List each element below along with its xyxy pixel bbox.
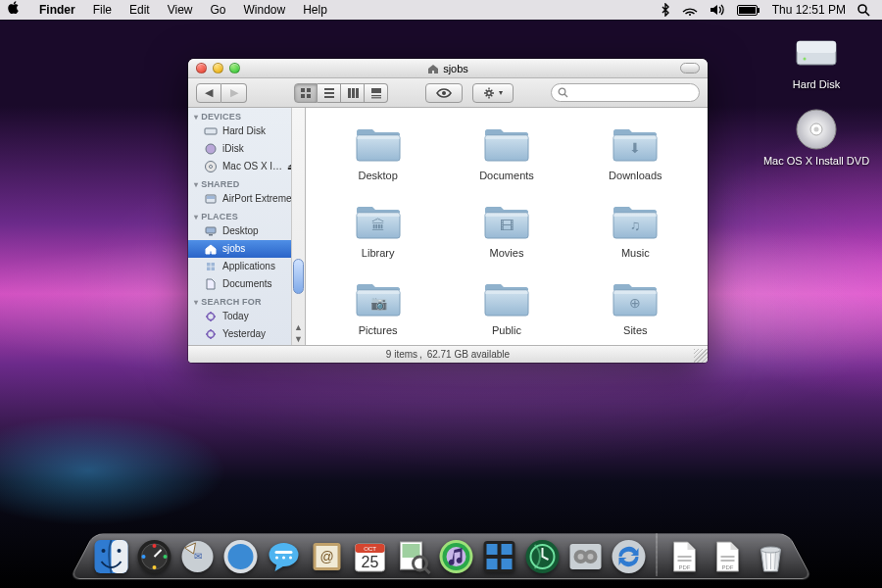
folder-label: Downloads	[609, 170, 662, 181]
svg-point-125	[578, 554, 584, 560]
menu-edit[interactable]: Edit	[121, 0, 159, 20]
back-button[interactable]: ◀	[196, 83, 221, 103]
menu-app-name[interactable]: Finder	[30, 0, 84, 20]
folder-downloads[interactable]: ⬇Downloads	[575, 122, 696, 181]
action-button[interactable]: ▾	[472, 83, 514, 103]
svg-text:📷: 📷	[369, 295, 387, 312]
svg-rect-48	[212, 268, 216, 271]
spotlight-icon[interactable]	[858, 4, 870, 17]
close-button[interactable]	[196, 63, 207, 74]
sidebar-group-search for[interactable]: SEARCH FOR	[188, 293, 305, 308]
menu-help[interactable]: Help	[294, 0, 336, 20]
menu-file[interactable]: File	[84, 0, 121, 20]
sidebar-item-idisk[interactable]: iDisk	[188, 140, 305, 158]
scrollbar-thumb[interactable]	[293, 259, 304, 294]
folder-music[interactable]: ♫Music	[575, 199, 696, 259]
folder-icon: ♫	[610, 199, 661, 242]
scroll-down-arrow[interactable]: ▼	[293, 333, 305, 345]
folder-documents[interactable]: Documents	[446, 122, 566, 181]
folder-pictures[interactable]: 📷Pictures	[318, 276, 438, 336]
dvd-icon	[204, 160, 218, 173]
toolbar-toggle-button[interactable]	[680, 63, 700, 74]
dock-itunes[interactable]	[437, 537, 476, 576]
sidebar-item-airport-extreme[interactable]: AirPort Extreme	[188, 190, 305, 208]
desktop-icons: Hard Disk Mac OS X Install DVD	[762, 29, 870, 167]
dock-timemachine[interactable]	[523, 537, 563, 576]
dock-spaces[interactable]	[480, 537, 519, 576]
sidebar-item-applications[interactable]: Applications	[188, 258, 305, 275]
apple-menu[interactable]	[8, 0, 30, 20]
folder-label: Desktop	[358, 170, 397, 181]
sidebar-item-label: Today	[222, 310, 249, 323]
titlebar[interactable]: sjobs	[188, 59, 708, 78]
svg-rect-59	[613, 135, 657, 139]
dock-addressbook[interactable]: @	[308, 537, 347, 576]
dock-sysprefs[interactable]	[566, 537, 606, 576]
search-input[interactable]	[568, 87, 693, 99]
scroll-up-arrow[interactable]: ▲	[293, 321, 305, 333]
svg-rect-116	[487, 544, 498, 555]
menubar-clock[interactable]: Thu 12:51 PM	[772, 3, 846, 17]
volume-icon[interactable]	[710, 4, 725, 16]
sidebar-item-today[interactable]: Today	[188, 308, 305, 325]
dock-mail[interactable]: ✉	[178, 537, 218, 576]
minimize-button[interactable]	[213, 63, 223, 74]
dock-finder[interactable]	[92, 537, 131, 576]
sidebar-item-sjobs[interactable]: sjobs	[188, 240, 305, 258]
svg-rect-71	[357, 290, 400, 294]
dock-isync[interactable]	[610, 537, 649, 576]
airport-icon[interactable]	[682, 4, 698, 16]
dock-doc-document-2[interactable]: PDF	[709, 537, 748, 576]
battery-icon[interactable]	[737, 5, 760, 16]
zoom-button[interactable]	[229, 63, 240, 74]
svg-text:🎞: 🎞	[500, 218, 514, 233]
dock-dashboard[interactable]	[135, 537, 174, 576]
menu-window[interactable]: Window	[235, 0, 295, 20]
search-field[interactable]	[551, 83, 700, 102]
quicklook-button[interactable]	[425, 83, 463, 103]
dock-safari[interactable]	[221, 537, 261, 576]
menu-view[interactable]: View	[159, 0, 202, 20]
sidebar-item-mac-os-x-i-[interactable]: Mac OS X I…⏏	[188, 158, 305, 175]
svg-rect-117	[502, 544, 513, 555]
sidebar-item-hard-disk[interactable]: Hard Disk	[188, 122, 305, 140]
folder-movies[interactable]: 🎞Movies	[446, 199, 566, 259]
view-coverflow-button[interactable]	[365, 83, 388, 103]
sidebar-item-desktop[interactable]: Desktop	[188, 222, 305, 240]
folder-desktop[interactable]: Desktop	[318, 122, 438, 181]
desktop-icon-hard-disk[interactable]: Hard Disk	[762, 29, 870, 90]
menu-go[interactable]: Go	[202, 0, 235, 20]
finder-window[interactable]: sjobs ◀ ▶ ▾ DEVICESHard DiskiDiskMac OS …	[188, 59, 708, 363]
bluetooth-icon[interactable]	[661, 3, 670, 17]
folder-library[interactable]: 🏛Library	[318, 199, 438, 259]
sidebar-group-devices[interactable]: DEVICES	[188, 108, 305, 122]
view-icon-button[interactable]	[294, 83, 318, 103]
desktop-icon-install-dvd[interactable]: Mac OS X Install DVD	[762, 106, 870, 167]
folder-sites[interactable]: ⊕Sites	[575, 276, 696, 336]
sidebar-item-yesterday[interactable]: Yesterday	[188, 325, 305, 343]
view-column-button[interactable]	[341, 83, 365, 103]
svg-rect-17	[324, 92, 334, 94]
svg-point-81	[118, 549, 122, 553]
sidebar: DEVICESHard DiskiDiskMac OS X I…⏏SHAREDA…	[188, 108, 306, 345]
svg-text:⬇: ⬇	[629, 140, 641, 156]
sidebar-group-places[interactable]: PLACES	[188, 208, 305, 222]
folder-public[interactable]: Public	[446, 276, 566, 336]
view-list-button[interactable]	[318, 83, 341, 103]
dock-ical[interactable]: OCT25	[351, 537, 390, 576]
folder-icon	[353, 122, 404, 165]
svg-rect-20	[352, 88, 355, 98]
forward-button[interactable]: ▶	[221, 83, 247, 103]
content-area[interactable]: DesktopDocuments⬇Downloads🏛Library🎞Movie…	[306, 108, 708, 345]
idisk-icon	[204, 142, 218, 156]
dock-trash[interactable]	[752, 537, 791, 576]
dock-doc-document-1[interactable]: PDF	[665, 537, 705, 576]
dock-preview[interactable]	[394, 537, 433, 576]
sidebar-group-shared[interactable]: SHARED	[188, 175, 305, 190]
sidebar-item-label: Mac OS X I…	[222, 160, 282, 173]
dock-ichat[interactable]	[265, 537, 304, 576]
sidebar-item-documents[interactable]: Documents	[188, 275, 305, 293]
resize-handle[interactable]	[694, 349, 708, 363]
sidebar-item-past-week[interactable]: Past Week	[188, 343, 305, 345]
sidebar-scrollbar[interactable]: ▲ ▼	[291, 108, 305, 345]
